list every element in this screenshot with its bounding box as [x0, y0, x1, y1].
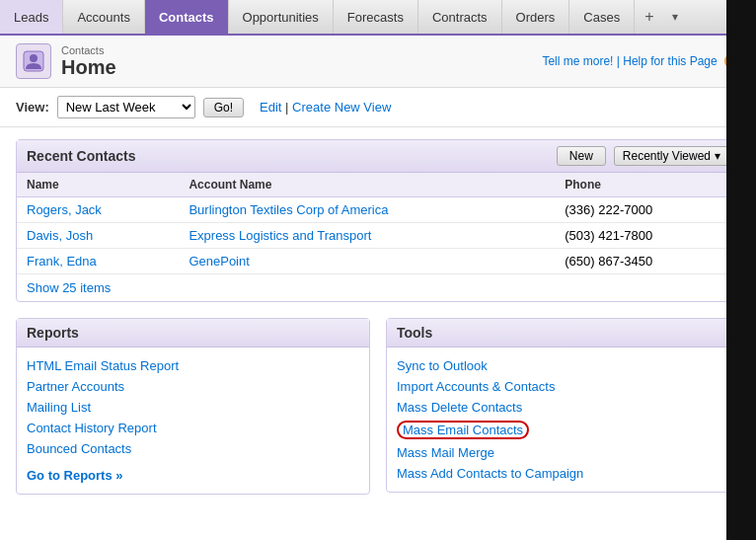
account-name-cell: GenePoint: [179, 249, 555, 274]
contact-name-cell: Frank, Edna: [17, 249, 179, 274]
tools-section: Tools Sync to Outlook Import Accounts & …: [386, 318, 740, 493]
table-row: Rogers, Jack Burlington Textiles Corp of…: [17, 197, 739, 223]
recently-viewed-button[interactable]: Recently Viewed ▾: [614, 146, 729, 166]
nav-item-forecasts[interactable]: Forecasts: [334, 0, 418, 34]
page-header-text: Contacts Home: [61, 44, 116, 79]
contact-name-cell: Davis, Josh: [17, 223, 179, 249]
page-header-right: Tell me more! | Help for this Page ?: [542, 53, 740, 69]
col-header-name: Name: [17, 173, 179, 197]
report-link-contact-history[interactable]: Contact History Report: [27, 418, 359, 438]
main-content: Recent Contacts New Recently Viewed ▾ Na…: [0, 127, 756, 506]
tools-body: Sync to Outlook Import Accounts & Contac…: [387, 347, 739, 492]
tools-header: Tools: [387, 319, 739, 347]
nav-item-opportunities[interactable]: Opportunities: [229, 0, 334, 34]
col-header-phone: Phone: [555, 173, 739, 197]
page-header: Contacts Home Tell me more! | Help for t…: [0, 36, 756, 88]
new-contact-button[interactable]: New: [557, 146, 606, 166]
reports-title: Reports: [27, 325, 359, 341]
mass-email-circled: Mass Email Contacts: [397, 421, 529, 439]
nav-item-contacts[interactable]: Contacts: [145, 0, 229, 34]
phone-cell: (336) 222-7000: [555, 197, 739, 223]
account-name-link[interactable]: GenePoint: [189, 254, 249, 269]
tool-link-mass-add-campaign[interactable]: Mass Add Contacts to Campaign: [397, 463, 729, 484]
recent-contacts-title: Recent Contacts: [27, 148, 135, 164]
contact-name-link[interactable]: Davis, Josh: [27, 228, 93, 243]
contacts-icon: [16, 43, 51, 79]
reports-section: Reports HTML Email Status Report Partner…: [16, 318, 370, 495]
recent-contacts-section: Recent Contacts New Recently Viewed ▾ Na…: [16, 139, 740, 302]
edit-view-link[interactable]: Edit: [260, 100, 281, 115]
table-row: Frank, Edna GenePoint (650) 867-3450: [17, 249, 739, 274]
page-title: Home: [61, 56, 116, 79]
contact-name-link[interactable]: Rogers, Jack: [27, 202, 102, 217]
reports-column: Reports HTML Email Status Report Partner…: [16, 318, 370, 495]
nav-item-contracts[interactable]: Contracts: [418, 0, 502, 34]
tell-me-more-link[interactable]: Tell me more!: [542, 54, 613, 68]
right-panel: [726, 0, 756, 506]
contacts-table: Name Account Name Phone Rogers, Jack Bur…: [17, 173, 739, 274]
recent-contacts-header: Recent Contacts New Recently Viewed ▾: [17, 140, 739, 173]
report-link-mailing-list[interactable]: Mailing List: [27, 397, 359, 418]
go-reports-container: Go to Reports »: [27, 465, 359, 486]
reports-body: HTML Email Status Report Partner Account…: [17, 347, 369, 494]
phone-cell: (503) 421-7800: [555, 223, 739, 249]
go-button[interactable]: Go!: [203, 98, 244, 117]
contact-name-link[interactable]: Frank, Edna: [27, 254, 97, 269]
nav-item-leads[interactable]: Leads: [0, 0, 63, 34]
view-links: Edit | Create New View: [260, 100, 391, 115]
nav-item-orders[interactable]: Orders: [502, 0, 570, 34]
top-navigation: Leads Accounts Contacts Opportunities Fo…: [0, 0, 756, 36]
go-to-reports-link[interactable]: Go to Reports »: [27, 465, 359, 486]
breadcrumb: Contacts: [61, 44, 116, 56]
report-link-bounced-contacts[interactable]: Bounced Contacts: [27, 438, 359, 459]
two-column-section: Reports HTML Email Status Report Partner…: [16, 318, 740, 495]
account-name-link[interactable]: Express Logistics and Transport: [189, 228, 371, 243]
tool-link-mass-email[interactable]: Mass Email Contacts: [397, 418, 729, 442]
nav-item-accounts[interactable]: Accounts: [63, 0, 144, 34]
show-items-link[interactable]: Show 25 items: [27, 280, 111, 295]
reports-header: Reports: [17, 319, 369, 347]
table-row: Davis, Josh Express Logistics and Transp…: [17, 223, 739, 249]
tools-title: Tools: [397, 325, 729, 341]
nav-add-icon[interactable]: +: [635, 0, 663, 34]
nav-more-icon[interactable]: ▾: [664, 0, 686, 34]
view-select[interactable]: New Last Week All Contacts My Contacts R…: [57, 96, 195, 118]
tool-link-import-accounts[interactable]: Import Accounts & Contacts: [397, 376, 729, 397]
tool-link-sync-outlook[interactable]: Sync to Outlook: [397, 355, 729, 376]
create-new-view-link[interactable]: Create New View: [292, 100, 391, 115]
help-for-page-link[interactable]: Help for this Page: [623, 54, 717, 68]
report-link-partner-accounts[interactable]: Partner Accounts: [27, 376, 359, 397]
view-label: View:: [16, 100, 49, 115]
tool-link-mass-mail-merge[interactable]: Mass Mail Merge: [397, 442, 729, 463]
report-link-html-email[interactable]: HTML Email Status Report: [27, 355, 359, 376]
account-name-cell: Express Logistics and Transport: [179, 223, 555, 249]
account-name-link[interactable]: Burlington Textiles Corp of America: [189, 202, 388, 217]
page-header-left: Contacts Home: [16, 43, 116, 79]
nav-item-cases[interactable]: Cases: [569, 0, 635, 34]
col-header-account: Account Name: [179, 173, 555, 197]
svg-point-1: [30, 54, 38, 62]
section-header-right: New Recently Viewed ▾: [557, 146, 729, 166]
account-name-cell: Burlington Textiles Corp of America: [179, 197, 555, 223]
table-header-row: Name Account Name Phone: [17, 173, 739, 197]
phone-cell: (650) 867-3450: [555, 249, 739, 274]
contact-name-cell: Rogers, Jack: [17, 197, 179, 223]
show-items: Show 25 items: [17, 274, 739, 301]
tools-column: Tools Sync to Outlook Import Accounts & …: [386, 318, 740, 495]
view-bar: View: New Last Week All Contacts My Cont…: [0, 88, 756, 127]
tool-link-mass-delete[interactable]: Mass Delete Contacts: [397, 397, 729, 418]
